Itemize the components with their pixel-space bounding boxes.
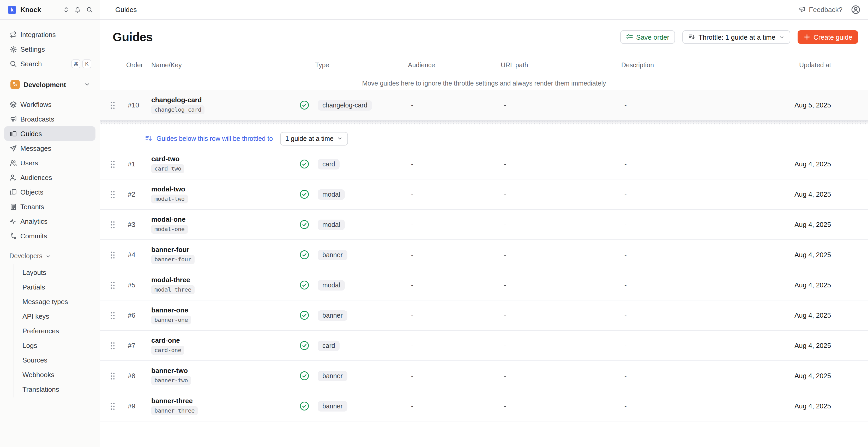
workspace-switcher-icon[interactable]: [62, 6, 69, 13]
drag-handle-icon[interactable]: [100, 311, 125, 319]
sidebar-subitem-sources[interactable]: Sources: [14, 353, 100, 367]
table-row[interactable]: #7 card-one card-one card - - - Aug 4, 2…: [100, 331, 868, 361]
url-path-cell: -: [501, 221, 621, 228]
sidebar-item-messages[interactable]: Messages: [4, 141, 95, 155]
drag-handle-icon[interactable]: [100, 341, 125, 350]
status-check-circle-icon: [300, 310, 309, 320]
column-header-type: Type: [296, 61, 408, 69]
sidebar-subitem-translations[interactable]: Translations: [14, 382, 100, 396]
sidebar-subitem-logs[interactable]: Logs: [14, 338, 100, 353]
updated-at-cell: Aug 4, 2025: [795, 342, 868, 349]
drag-handle-icon[interactable]: [100, 190, 125, 198]
sidebar-subitem-preferences[interactable]: Preferences: [14, 323, 100, 338]
guide-name-link[interactable]: card-one: [151, 337, 180, 344]
table-row[interactable]: #9 banner-three banner-three banner - - …: [100, 391, 868, 421]
guide-name-link[interactable]: modal-three: [151, 276, 190, 284]
sidebar-item-broadcasts[interactable]: Broadcasts: [4, 111, 95, 126]
guide-name-link[interactable]: modal-one: [151, 215, 185, 223]
sidebar-subitem-label: Logs: [23, 341, 37, 349]
sidebar-item-audiences[interactable]: Audiences: [4, 170, 95, 185]
guide-name-link[interactable]: banner-four: [151, 246, 189, 254]
megaphone-icon: [9, 115, 17, 123]
guide-name-link[interactable]: modal-two: [151, 185, 185, 193]
drag-handle-icon[interactable]: [100, 372, 125, 380]
sidebar-item-integrations[interactable]: Integrations: [4, 27, 95, 42]
feedback-label: Feedback?: [809, 6, 842, 13]
sidebar-item-label: Commits: [20, 232, 47, 240]
sidebar-item-tenants[interactable]: Tenants: [4, 199, 95, 214]
row-order: #2: [125, 190, 151, 198]
drag-handle-icon[interactable]: [100, 402, 125, 410]
kbd-badge: K: [83, 59, 91, 68]
sidebar-item-commits[interactable]: Commits: [4, 228, 95, 243]
search-icon[interactable]: [86, 6, 93, 13]
table-row[interactable]: #5 modal-three modal-three modal - - - A…: [100, 270, 868, 300]
drag-handle-icon[interactable]: [100, 281, 125, 289]
sidebar-subitem-message-types[interactable]: Message types: [14, 294, 100, 309]
row-order: #5: [125, 281, 151, 289]
table-row[interactable]: #2 modal-two modal-two modal - - - Aug 4…: [100, 180, 868, 210]
row-order: #3: [125, 221, 151, 228]
guide-key-badge: card-two: [151, 164, 184, 173]
audience-cell: -: [408, 372, 501, 380]
development-env-icon: [10, 80, 20, 89]
sidebar-item-settings[interactable]: Settings: [4, 42, 95, 56]
sidebar-item-workflows[interactable]: Workflows: [4, 97, 95, 111]
guide-key-badge: modal-three: [151, 285, 194, 294]
description-cell: -: [621, 160, 795, 168]
description-cell: -: [621, 281, 795, 289]
guide-name-link[interactable]: banner-three: [151, 397, 193, 405]
guide-name-link[interactable]: card-two: [151, 155, 180, 163]
pages-icon: [9, 188, 17, 196]
sidebar-item-users[interactable]: Users: [4, 155, 95, 170]
sidebar-item-analytics[interactable]: Analytics: [4, 214, 95, 228]
sidebar-subitem-api-keys[interactable]: API keys: [14, 309, 100, 323]
sidebar-item-search[interactable]: Search ⌘K: [4, 56, 95, 71]
guide-name-link[interactable]: banner-two: [151, 367, 188, 375]
description-cell: -: [621, 251, 795, 259]
sidebar-item-objects[interactable]: Objects: [4, 185, 95, 199]
table-row[interactable]: #10 changelog-card changelog-card change…: [100, 90, 868, 120]
workspace-name: Knock: [20, 6, 41, 13]
sidebar: k Knock Integrations Settings Search ⌘K …: [0, 0, 100, 447]
description-cell: -: [621, 402, 795, 410]
search-icon: [9, 60, 17, 68]
environment-label: Development: [24, 81, 66, 88]
environment-switcher[interactable]: Development: [4, 78, 95, 91]
save-order-button[interactable]: Save order: [620, 30, 675, 44]
bell-icon[interactable]: [74, 6, 81, 13]
sidebar-subitem-partials[interactable]: Partials: [14, 280, 100, 294]
page-title: Guides: [113, 29, 153, 45]
column-header-description: Description: [621, 61, 795, 69]
sidebar-subitem-layouts[interactable]: Layouts: [14, 265, 100, 280]
sidebar-item-label: Workflows: [20, 100, 51, 108]
status-check-circle-icon: [300, 341, 309, 351]
table-row[interactable]: #4 banner-four banner-four banner - - - …: [100, 240, 868, 270]
pulse-icon: [9, 217, 17, 225]
column-header-name-key: Name/Key: [151, 61, 296, 69]
url-path-cell: -: [501, 101, 621, 109]
drag-handle-icon[interactable]: [100, 101, 125, 109]
table-row[interactable]: #3 modal-one modal-one modal - - - Aug 4…: [100, 210, 868, 240]
create-guide-button[interactable]: Create guide: [797, 30, 858, 44]
throttle-value-select[interactable]: 1 guide at a time: [280, 132, 348, 145]
guide-name-link[interactable]: changelog-card: [151, 96, 202, 104]
drag-handle-icon[interactable]: [100, 220, 125, 229]
throttle-dropdown-button[interactable]: Throttle: 1 guide at a time: [682, 30, 790, 44]
guide-name-link[interactable]: banner-one: [151, 306, 188, 314]
drag-handle-icon[interactable]: [100, 160, 125, 168]
table-row[interactable]: #8 banner-two banner-two banner - - - Au…: [100, 361, 868, 391]
column-header-audience: Audience: [408, 61, 501, 69]
sidebar-subitem-webhooks[interactable]: Webhooks: [14, 367, 100, 382]
developers-section-toggle[interactable]: Developers: [4, 249, 95, 263]
sidebar-item-label: Guides: [20, 130, 42, 137]
feedback-button[interactable]: Feedback?: [798, 6, 842, 13]
sidebar-item-guides[interactable]: Guides: [4, 126, 95, 141]
knock-logo[interactable]: k: [8, 5, 16, 14]
drag-handle-icon[interactable]: [100, 251, 125, 259]
status-check-circle-icon: [300, 220, 309, 229]
table-row[interactable]: #6 banner-one banner-one banner - - - Au…: [100, 300, 868, 331]
account-menu-icon[interactable]: [851, 5, 861, 14]
guide-type-badge: card: [318, 159, 340, 169]
table-row[interactable]: #1 card-two card-two card - - - Aug 4, 2…: [100, 149, 868, 180]
